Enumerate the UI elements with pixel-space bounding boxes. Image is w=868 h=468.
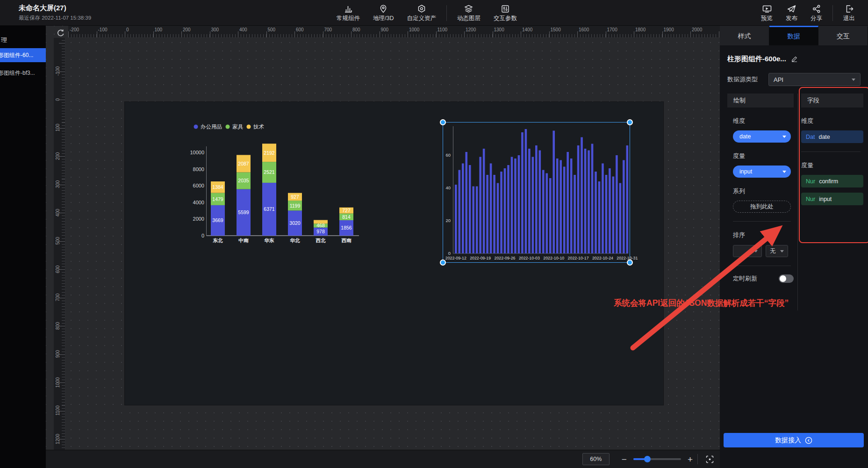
layer-item-bar-chart-bf3[interactable]: 形图组件-bf3...: [0, 66, 46, 80]
sort-row: 无: [733, 245, 794, 257]
x-tick-label: 2022-10-03: [519, 256, 540, 260]
sort-field-select[interactable]: [733, 245, 762, 257]
preview-button[interactable]: 预览: [754, 0, 779, 26]
ruler-tick-label: 700: [324, 27, 332, 32]
datasource-select[interactable]: API: [768, 73, 861, 86]
ruler-tick-label: 1000: [55, 377, 60, 387]
ruler-tick-label: 1200: [466, 27, 476, 32]
bar-value-label: 6371: [264, 206, 275, 212]
selection-handle-top-right[interactable]: [627, 119, 633, 125]
bar: [458, 170, 460, 254]
sliders-icon: [501, 3, 510, 14]
field-name: date: [818, 134, 830, 140]
vertical-ruler: -100010020030040050060070080090010001100…: [54, 38, 65, 468]
toolbar-item-geo-3d[interactable]: 地理/3D: [366, 0, 400, 26]
bar: [552, 131, 555, 254]
stacked-bar-chart-component[interactable]: 办公用品家具技术02000400060008000100003669147913…: [187, 119, 369, 250]
bar-value-label: 3669: [212, 217, 223, 223]
screen-title: 未命名大屏(27): [19, 4, 91, 13]
series-drop-zone[interactable]: 拖到此处: [733, 201, 791, 213]
x-tick-label: 2022-09-26: [495, 256, 516, 260]
bar-value-label: 1856: [341, 225, 352, 230]
toolbar-item-label: 自定义资产: [407, 14, 436, 22]
bar: [560, 160, 562, 254]
bar: [612, 177, 615, 254]
datasource-value: API: [774, 76, 852, 83]
publish-button[interactable]: 发布: [779, 0, 804, 26]
ruler-tick-label: 1800: [635, 27, 646, 32]
bar: [619, 183, 622, 254]
bar: [535, 145, 538, 253]
layers-icon: [464, 3, 473, 14]
ruler-tick-label: 800: [55, 322, 60, 330]
divider: [733, 266, 791, 266]
edit-pencil-icon[interactable]: [791, 56, 798, 63]
bar: [542, 170, 545, 254]
legend-dot: [226, 125, 230, 129]
component-title-row: 柱形图组件-600e...: [727, 55, 861, 64]
field-pill-input[interactable]: Nur input: [801, 193, 863, 205]
hexagon-icon: [417, 3, 426, 14]
zoom-out-button[interactable]: −: [622, 455, 627, 464]
refresh-icon[interactable]: [56, 29, 65, 38]
tab-data[interactable]: 数据: [769, 26, 819, 45]
category-label: 中南: [239, 238, 249, 243]
circle-chevron-icon: [805, 437, 812, 444]
toolbar-item-regular-components[interactable]: 常规组件: [330, 0, 366, 26]
data-ingest-button[interactable]: 数据接入: [724, 433, 864, 447]
ruler-tick-label: 2000: [692, 27, 702, 32]
action-label: 分享: [811, 14, 822, 22]
sort-order-select[interactable]: 无: [766, 245, 788, 257]
editor-canvas[interactable]: -200-10001002003004005006007008009001000…: [46, 26, 720, 468]
legend-label: 办公用品: [201, 124, 222, 130]
tab-interaction[interactable]: 交互: [818, 26, 868, 45]
toolbar-item-custom-assets[interactable]: 自定义资产: [400, 0, 443, 26]
ruler-tick-label: 1100: [438, 27, 448, 32]
bar: [605, 175, 608, 253]
y-tick-label: 20: [445, 218, 451, 223]
field-type-tag: Dat: [806, 134, 815, 140]
x-tick-label: 2022-09-12: [445, 256, 466, 260]
toolbar-item-interaction-params[interactable]: 交互参数: [487, 0, 524, 26]
y-tick-label: 2000: [193, 216, 204, 222]
selection-handle-bottom-right[interactable]: [627, 259, 633, 266]
zoom-percentage-input[interactable]: 60%: [582, 453, 610, 465]
field-pill-confirm[interactable]: Nur confirm: [801, 175, 863, 187]
zoom-slider-knob[interactable]: [644, 456, 651, 462]
toolbar-item-dynamic-layers[interactable]: 动态图层: [451, 0, 487, 26]
bar: [539, 151, 541, 254]
draw-column: 绘制 维度 date 度量 input 系列 拖到此处: [727, 94, 794, 313]
zoom-slider[interactable]: [633, 458, 681, 460]
bar-value-label: 814: [342, 214, 351, 220]
selected-bar-chart-component[interactable]: 02040602022-09-122022-09-192022-09-26202…: [443, 122, 630, 263]
bar: [588, 151, 590, 254]
selection-handle-bottom-left[interactable]: [440, 259, 446, 266]
bar: [518, 155, 520, 253]
share-icon: [812, 3, 821, 14]
exit-button[interactable]: 退出: [837, 0, 861, 26]
field-pill-date[interactable]: Dat date: [801, 130, 863, 143]
bar-chart-icon: [344, 3, 353, 14]
layer-item-bar-chart-60[interactable]: 形图组件-60...: [0, 48, 46, 62]
chevron-down-icon: [780, 250, 784, 252]
fit-to-screen-icon[interactable]: [705, 455, 714, 464]
ruler-tick-label: 100: [155, 27, 163, 32]
selection-handle-top-left[interactable]: [440, 119, 446, 125]
ruler-tick-label: 300: [55, 180, 60, 188]
y-tick-label: 60: [445, 152, 451, 158]
y-tick-label: 40: [445, 185, 451, 190]
share-button[interactable]: 分享: [804, 0, 829, 26]
measure-select[interactable]: input: [733, 166, 791, 178]
tab-style[interactable]: 样式: [720, 26, 769, 45]
dimension-select[interactable]: date: [733, 130, 791, 143]
horizontal-ruler: -200-10001002003004005006007008009001000…: [68, 26, 720, 38]
component-toolbar: 常规组件 地理/3D 自定义资产 动态图层: [330, 0, 524, 26]
bar: [521, 132, 524, 253]
ruler-tick-label: 200: [55, 152, 60, 160]
ruler-tick-label: 1900: [664, 27, 674, 32]
timed-refresh-toggle[interactable]: [779, 274, 794, 283]
toolbar-separator: [446, 5, 447, 21]
zoom-in-button[interactable]: +: [688, 455, 693, 464]
bar: [567, 152, 569, 253]
bar: [584, 149, 587, 253]
